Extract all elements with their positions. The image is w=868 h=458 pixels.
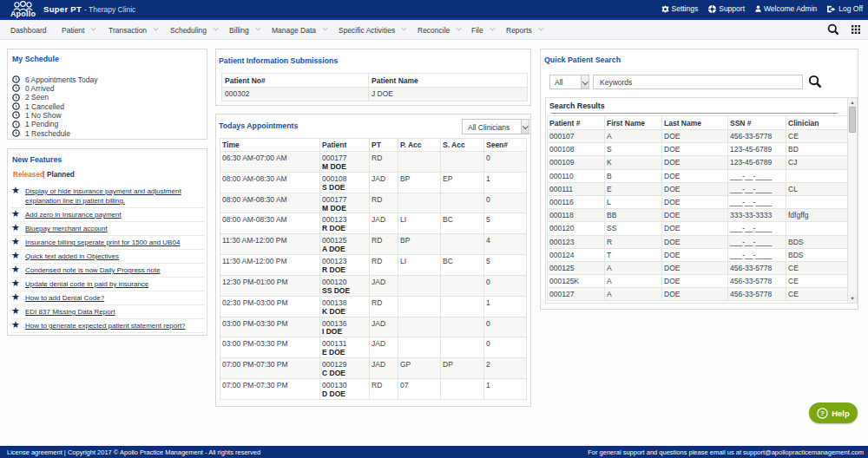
svg-text:Apollo: Apollo: [10, 10, 36, 18]
svg-text:?: ?: [820, 409, 825, 417]
